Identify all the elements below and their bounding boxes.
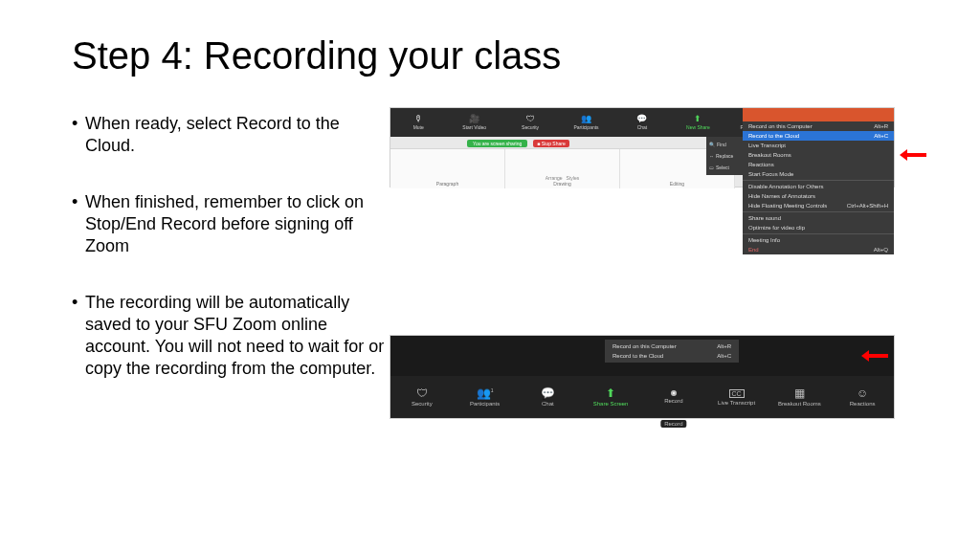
- ribbon-find-panel: 🔍Find ↔Replace ▭Select: [706, 137, 743, 175]
- record-button[interactable]: RecordRecord: [642, 376, 705, 418]
- menu-item[interactable]: Optimize for video clip: [743, 223, 894, 232]
- video-icon: 🎥: [469, 115, 479, 123]
- cc-icon: CC: [729, 389, 745, 398]
- menu-item[interactable]: Hide Names of Annotators: [743, 191, 894, 201]
- menu-item[interactable]: Disable Annotation for Others: [743, 182, 894, 191]
- screenshot-bottom: Record on this ComputerAlt+RRecord to th…: [390, 335, 895, 419]
- office-ribbon: Paragraph ArrangeStyles Drawing Editing: [390, 148, 735, 188]
- security-button[interactable]: 🛡Security: [390, 376, 454, 418]
- chat-icon: 💬: [636, 115, 647, 123]
- share-icon: ⬆: [606, 387, 615, 399]
- menu-item[interactable]: Breakout Rooms: [743, 150, 894, 160]
- reactions-button[interactable]: ☺Reactions: [831, 376, 894, 418]
- menu-item[interactable]: Record to the CloudAlt+C: [743, 131, 894, 141]
- shield-icon: 🛡: [526, 115, 535, 123]
- menu-item[interactable]: Hide Floating Meeting ControlsCtrl+Alt+S…: [743, 201, 894, 210]
- bullet-list: When ready, select Record to the Cloud. …: [72, 113, 388, 414]
- search-icon: 🔍: [709, 142, 715, 147]
- more-menu: Record on this ComputerAlt+RRecord to th…: [743, 121, 894, 254]
- mute-button[interactable]: 🎙Mute: [390, 108, 446, 137]
- live-transcript-button[interactable]: CCLive Transcript: [705, 376, 768, 418]
- menu-item[interactable]: Reactions: [743, 160, 894, 169]
- chat-button[interactable]: 💬Chat: [517, 376, 580, 418]
- record-tooltip: Record: [660, 420, 686, 428]
- bullet-item: The recording will be automatically save…: [72, 292, 388, 380]
- menu-item[interactable]: Share sound: [743, 213, 894, 223]
- stop-share-button[interactable]: ■ Stop Share: [533, 140, 568, 147]
- shield-icon: 🛡: [416, 387, 428, 399]
- participants-button[interactable]: 👥Participants: [558, 108, 613, 137]
- menu-item[interactable]: Record on this ComputerAlt+R: [743, 121, 894, 131]
- menu-item[interactable]: Start Focus Mode: [743, 169, 894, 179]
- security-button[interactable]: 🛡Security: [502, 108, 558, 137]
- record-icon: [671, 390, 677, 396]
- sharing-badge: You are screen sharing: [467, 140, 527, 147]
- menu-item[interactable]: Meeting Info: [743, 235, 894, 245]
- chat-button[interactable]: 💬Chat: [614, 108, 670, 137]
- menu-item[interactable]: Record on this ComputerAlt+R: [605, 342, 739, 351]
- new-share-button[interactable]: ⬆New Share: [670, 108, 725, 137]
- mic-icon: 🎙: [414, 115, 423, 123]
- record-popup: Record on this ComputerAlt+RRecord to th…: [605, 340, 739, 363]
- breakout-rooms-button[interactable]: ▦Breakout Rooms: [768, 376, 832, 418]
- menu-item[interactable]: EndAlt+Q: [743, 245, 894, 254]
- slide: Step 4: Recording your class When ready,…: [0, 0, 980, 551]
- cursor-icon: ▭: [709, 165, 714, 170]
- select-button[interactable]: ▭Select: [709, 165, 740, 170]
- menu-item[interactable]: Record to the CloudAlt+C: [605, 351, 739, 361]
- orange-bar: [743, 108, 894, 121]
- menu-item[interactable]: Live Transcript: [743, 141, 894, 150]
- start-video-button[interactable]: 🎥Start Video: [446, 108, 501, 137]
- replace-icon: ↔: [709, 153, 714, 159]
- screenshot-top: 🎙Mute 🎥Start Video 🛡Security 👥Participan…: [390, 107, 895, 187]
- chat-icon: 💬: [541, 387, 555, 399]
- page-title: Step 4: Recording your class: [72, 34, 561, 77]
- people-icon: 👥: [581, 115, 591, 123]
- people-icon: 👥1: [477, 387, 494, 399]
- zoom-toolbar-bottom: 🛡Security 👥1Participants 💬Chat ⬆Share Sc…: [390, 376, 894, 418]
- participants-button[interactable]: 👥1Participants: [454, 376, 517, 418]
- grid-icon: ▦: [794, 387, 805, 399]
- share-status: You are screen sharing ■ Stop Share: [467, 138, 569, 148]
- find-button[interactable]: 🔍Find: [709, 142, 740, 147]
- bullet-item: When ready, select Record to the Cloud.: [72, 113, 388, 157]
- callout-arrow-icon: [861, 350, 888, 362]
- share-screen-button[interactable]: ⬆Share Screen: [579, 376, 642, 418]
- callout-arrow-icon: [900, 149, 926, 161]
- replace-button[interactable]: ↔Replace: [709, 153, 740, 159]
- ribbon-group-drawing: ArrangeStyles Drawing: [505, 149, 620, 188]
- bullet-item: When finished, remember to click on Stop…: [72, 191, 388, 257]
- ribbon-group-paragraph: Paragraph: [390, 149, 505, 188]
- share-icon: ⬆: [694, 115, 702, 123]
- smile-icon: ☺: [857, 387, 868, 399]
